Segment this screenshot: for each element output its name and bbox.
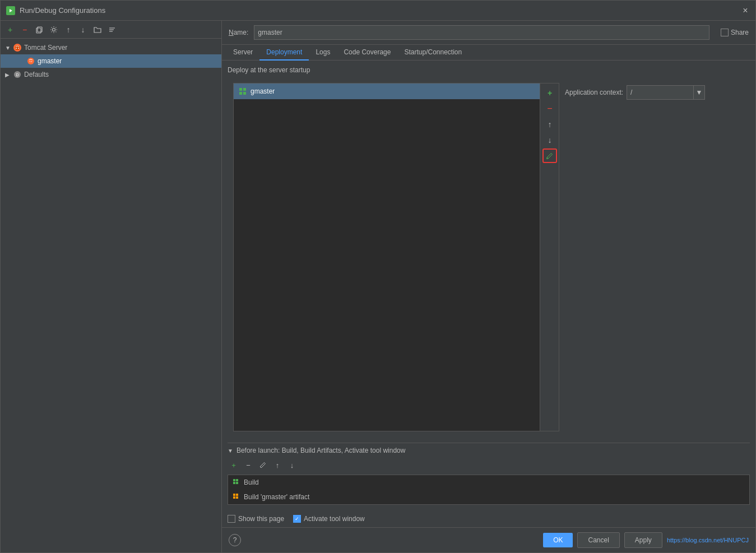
- add-config-button[interactable]: +: [4, 24, 16, 36]
- deploy-item-gmaster[interactable]: gmaster: [234, 83, 540, 99]
- svg-rect-22: [236, 479, 238, 481]
- deploy-label: Deploy at the server startup: [228, 66, 750, 74]
- svg-text:D: D: [16, 73, 18, 77]
- defaults-icon: D: [13, 70, 22, 79]
- copy-config-button[interactable]: [33, 24, 45, 36]
- tab-deployment[interactable]: Deployment: [259, 45, 309, 61]
- gmaster-label: gmaster: [38, 57, 62, 65]
- right-main: Name: Share Server Deployment Logs Code …: [222, 21, 755, 527]
- svg-point-11: [18, 48, 19, 49]
- tomcat-group-label: Tomcat Server: [24, 44, 67, 52]
- left-toolbar: + − ↑ ↓: [1, 21, 221, 39]
- show-page-label: Show this page: [238, 515, 284, 523]
- svg-rect-3: [38, 27, 42, 32]
- svg-rect-26: [236, 494, 238, 496]
- svg-point-14: [31, 61, 33, 62]
- app-context-dropdown[interactable]: ▼: [694, 85, 705, 100]
- tree-item-gmaster[interactable]: ▶ gmaster: [1, 54, 221, 68]
- activate-tool-checkbox-item[interactable]: Activate tool window: [293, 515, 365, 523]
- deploy-list: gmaster: [234, 83, 540, 431]
- bl-up-button[interactable]: ↑: [271, 459, 284, 471]
- help-button[interactable]: ?: [229, 534, 241, 546]
- share-row: Share: [721, 29, 749, 36]
- artifact-icon: [233, 493, 240, 501]
- left-panel: + − ↑ ↓: [1, 21, 222, 552]
- deploy-item-icon: [238, 87, 247, 96]
- gmaster-icon: [26, 57, 35, 66]
- tab-startup-connection[interactable]: Startup/Connection: [397, 45, 469, 61]
- build-icon: [233, 478, 240, 486]
- tree-group-tomcat[interactable]: ▼ Tomcat Server: [1, 41, 221, 54]
- title-bar: Run/Debug Configurations ×: [1, 1, 755, 21]
- name-row: Name: Share: [222, 21, 755, 45]
- show-page-checkbox[interactable]: [228, 515, 235, 523]
- svg-rect-28: [236, 496, 238, 499]
- deploy-up-button[interactable]: ↑: [542, 117, 557, 132]
- footer-left: ?: [229, 534, 241, 546]
- before-launch-toolbar: + − ↑ ↓: [228, 458, 750, 472]
- svg-point-4: [53, 28, 55, 31]
- svg-rect-19: [239, 92, 242, 95]
- folder-button[interactable]: [91, 24, 104, 36]
- before-launch-toggle[interactable]: ▼: [228, 448, 233, 454]
- settings-button[interactable]: [48, 24, 60, 36]
- tree-group-defaults[interactable]: ▶ D Defaults: [1, 68, 221, 81]
- svg-point-12: [27, 58, 34, 64]
- config-tree: ▼ Tomcat Server ▶: [1, 39, 221, 552]
- cancel-button[interactable]: Cancel: [577, 532, 619, 548]
- remove-config-button[interactable]: −: [18, 24, 31, 36]
- bl-edit-button[interactable]: [257, 459, 269, 471]
- bl-down-button[interactable]: ↓: [286, 459, 298, 471]
- deploy-edit-button[interactable]: [542, 148, 557, 163]
- share-checkbox[interactable]: [721, 29, 729, 36]
- tab-server[interactable]: Server: [226, 45, 259, 61]
- defaults-label: Defaults: [24, 71, 49, 78]
- content-area: gmaster + − ↑ ↓: [228, 77, 750, 437]
- bl-item-build-label: Build: [244, 478, 259, 486]
- svg-point-13: [30, 61, 31, 62]
- tomcat-icon: [13, 43, 22, 52]
- defaults-toggle[interactable]: ▶: [5, 72, 12, 78]
- deploy-list-wrapper: gmaster + − ↑ ↓: [233, 83, 559, 431]
- name-label: Name:: [229, 29, 248, 36]
- svg-rect-27: [233, 496, 235, 499]
- dialog-title: Run/Debug Configurations: [20, 6, 741, 15]
- side-buttons: + − ↑ ↓: [540, 83, 559, 431]
- checkboxes-row: Show this page Activate tool window: [222, 510, 755, 527]
- bl-remove-button[interactable]: −: [242, 459, 254, 471]
- tomcat-toggle[interactable]: ▼: [5, 45, 12, 51]
- tab-logs[interactable]: Logs: [309, 45, 337, 61]
- bl-add-button[interactable]: +: [228, 459, 240, 471]
- before-launch-section: ▼ Before launch: Build, Build Artifacts,…: [228, 443, 750, 505]
- tab-content-deployment: Deploy at the server startup: [222, 61, 755, 443]
- deploy-column: gmaster + − ↑ ↓: [228, 77, 559, 437]
- sort-button[interactable]: [106, 24, 118, 36]
- bl-item-artifact: Build 'gmaster' artifact: [228, 490, 749, 504]
- footer: ? OK Cancel Apply https://blog.csdn.net/…: [222, 527, 755, 552]
- ok-button[interactable]: OK: [543, 533, 573, 547]
- app-context-value[interactable]: /: [627, 85, 694, 100]
- before-launch-title: Before launch: Build, Build Artifacts, A…: [236, 447, 406, 454]
- tabs-bar: Server Deployment Logs Code Coverage Sta…: [222, 45, 755, 61]
- dialog-icon: [6, 6, 15, 15]
- move-down-button[interactable]: ↓: [77, 24, 89, 36]
- svg-rect-24: [236, 482, 238, 484]
- svg-rect-25: [233, 494, 235, 496]
- tab-code-coverage[interactable]: Code Coverage: [337, 45, 397, 61]
- run-debug-dialog: Run/Debug Configurations × + −: [0, 0, 756, 553]
- move-up-button[interactable]: ↑: [62, 24, 75, 36]
- activate-tool-label: Activate tool window: [304, 515, 365, 523]
- activate-tool-checkbox[interactable]: [293, 515, 301, 523]
- bl-item-build: Build: [228, 475, 749, 490]
- deploy-remove-button[interactable]: −: [542, 101, 557, 116]
- show-page-checkbox-item[interactable]: Show this page: [228, 515, 284, 523]
- share-label: Share: [731, 29, 749, 36]
- name-input[interactable]: [254, 25, 709, 40]
- apply-button[interactable]: Apply: [624, 532, 662, 548]
- right-panel: Name: Share Server Deployment Logs Code …: [222, 21, 755, 552]
- deploy-down-button[interactable]: ↓: [542, 133, 557, 147]
- svg-point-10: [16, 48, 17, 49]
- main-content: + − ↑ ↓: [1, 21, 755, 552]
- close-button[interactable]: ×: [741, 6, 750, 15]
- deploy-add-button[interactable]: +: [542, 86, 557, 100]
